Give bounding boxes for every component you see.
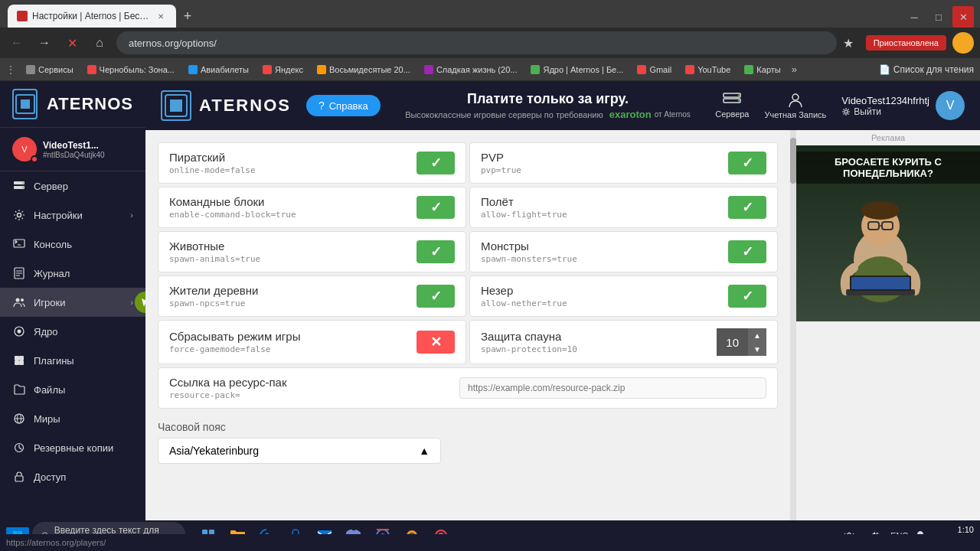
players-icon (12, 295, 26, 309)
sidebar-item-core[interactable]: Ядро (0, 317, 145, 346)
toggle-off-button[interactable]: ✕ (416, 331, 455, 354)
exaroton-brand: exaroton от Aternos (609, 109, 691, 120)
svg-rect-24 (15, 476, 23, 481)
svg-rect-17 (19, 356, 24, 360)
minimize-button[interactable]: ─ (903, 6, 925, 28)
svg-point-13 (21, 298, 24, 302)
back-button[interactable]: ← (6, 32, 28, 54)
bookmark-yandex[interactable]: Яндекс (256, 64, 309, 76)
promo-main: Платите только за игру. (396, 91, 701, 107)
servers-nav-button[interactable]: Сервера (715, 93, 749, 119)
home-button[interactable]: ⌂ (89, 32, 110, 54)
signout-button[interactable]: Выйти (841, 106, 929, 117)
apps-icon[interactable]: ⋮ (6, 64, 15, 75)
sidebar-item-label: Консоль (34, 239, 72, 250)
sidebar-item-backups[interactable]: Резервные копии (0, 433, 145, 462)
bookmark-jadro[interactable]: Ядро | Aternos | Бе... (524, 64, 629, 76)
toggle-on-button[interactable]: ✓ (728, 240, 766, 263)
decrement-button[interactable]: ▼ (748, 342, 766, 356)
toggle-on-button[interactable]: ✓ (416, 196, 455, 219)
close-window-button[interactable]: ✕ (952, 6, 974, 28)
setting-code: online-mode=false (169, 165, 416, 175)
svg-rect-1 (21, 99, 30, 109)
bookmarks-more-button[interactable]: » (789, 62, 800, 77)
bookmark-label: Gmail (649, 65, 671, 74)
toggle-on-button[interactable]: ✓ (728, 285, 766, 308)
bookmark-maps[interactable]: Карты (738, 64, 786, 76)
reload-button[interactable]: ✕ (61, 32, 83, 54)
bookmark-gmail[interactable]: Gmail (631, 64, 678, 76)
bookmark-label: Восьмидесятые 20... (329, 65, 410, 74)
profile-button[interactable] (952, 32, 974, 54)
sidebar-item-files[interactable]: Файлы (0, 375, 145, 404)
svg-point-30 (738, 99, 740, 101)
sidebar-item-players[interactable]: Игроки › (0, 288, 145, 317)
toggle-on-button[interactable]: ✓ (416, 152, 455, 174)
svg-rect-19 (19, 360, 24, 365)
bookmark-servisy[interactable]: Сервисы (20, 64, 80, 76)
toggle-on-button[interactable]: ✓ (728, 196, 766, 219)
bookmark-sweet[interactable]: Сладкая жизнь (20... (418, 64, 524, 76)
tab-bar: Настройки | Aternos | Бесплатн... ✕ + ─ … (0, 0, 980, 28)
bookmark-youtube[interactable]: YouTube (679, 64, 737, 76)
setting-spawn-protection: Защита спауна spawn-protection=10 10 ▲ ▼ (469, 320, 778, 364)
new-tab-button[interactable]: + (176, 5, 199, 28)
setting-flight: Полёт allow-flight=true ✓ (469, 187, 778, 228)
bookmark-avia[interactable]: Авиабилеты (182, 64, 255, 76)
toggle-on-button[interactable]: ✓ (416, 240, 455, 263)
sidebar-item-worlds[interactable]: Миры (0, 404, 145, 433)
maximize-button[interactable]: □ (928, 6, 949, 28)
bookmark-favicon (744, 65, 753, 74)
bookmark-chernobyl[interactable]: Чернобыль: Зона... (81, 64, 181, 76)
sidebar-item-console[interactable]: Консоль (0, 230, 145, 259)
promo-area: Платите только за игру. Высококлассные и… (396, 91, 701, 120)
number-value: 10 (717, 328, 748, 356)
address-input[interactable] (116, 31, 837, 54)
settings-grid: Пиратский online-mode=false ✓ PVP pvp=tr… (158, 142, 778, 409)
ad-background: БРОСАЕТЕ КУРИТЬ С ПОНЕДЕЛЬНИКА? (796, 145, 980, 321)
sidebar-item-label: Плагины (34, 355, 74, 367)
console-icon (12, 237, 26, 251)
setting-animals: Животные spawn-animals=true ✓ (158, 231, 466, 272)
help-button[interactable]: ? Справка (306, 95, 381, 116)
sidebar-item-plugins[interactable]: Плагины (0, 346, 145, 375)
scrollbar-track[interactable] (790, 130, 796, 523)
toggle-on-button[interactable]: ✓ (728, 152, 766, 174)
sidebar-item-server[interactable]: Сервер (0, 171, 145, 201)
settings-scroll-area[interactable]: Пиратский online-mode=false ✓ PVP pvp=tr… (145, 130, 790, 523)
forward-button[interactable]: → (34, 32, 55, 54)
pause-button[interactable]: Приостановлена (866, 35, 946, 51)
online-indicator (31, 155, 38, 163)
increment-button[interactable]: ▲ (748, 328, 766, 342)
user-info: VideoTest1... #ntlBsDaQ4utjk40 (43, 140, 133, 159)
toggle-on-button[interactable]: ✓ (416, 285, 455, 308)
bookmark-favicon (531, 65, 540, 74)
sidebar-item-access[interactable]: Доступ (0, 462, 145, 491)
ad-title-text: БРОСАЕТЕ КУРИТЬ С ПОНЕДЕЛЬНИКА? (835, 156, 942, 179)
servers-label: Сервера (715, 109, 749, 119)
account-icon (787, 92, 804, 109)
reader-mode-button[interactable]: 📄 Список для чтения (879, 64, 974, 75)
active-tab[interactable]: Настройки | Aternos | Бесплатн... ✕ (8, 5, 176, 28)
sidebar-item-log[interactable]: Журнал (0, 259, 145, 288)
sidebar-item-label: Журнал (34, 268, 70, 279)
sidebar-item-settings[interactable]: Настройки › (0, 201, 145, 230)
scrollbar-thumb[interactable] (790, 138, 796, 184)
number-control[interactable]: 10 ▲ ▼ (717, 328, 766, 356)
setting-left: Монстры spawn-monsters=true (481, 240, 728, 264)
bookmark-80s[interactable]: Восьмидесятые 20... (311, 64, 416, 76)
account-nav-button[interactable]: Учетная Запись (765, 92, 827, 119)
number-buttons: ▲ ▼ (748, 328, 766, 356)
setting-pirate: Пиратский online-mode=false ✓ (158, 142, 466, 184)
resource-pack-input[interactable] (459, 377, 766, 399)
setting-left: Незер allow-nether=true (481, 284, 728, 308)
sidebar-user[interactable]: V VideoTest1... #ntlBsDaQ4utjk40 (0, 128, 145, 171)
bookmark-star-button[interactable]: ★ (843, 36, 854, 51)
setting-left: Жители деревни spawn-npcs=true (169, 284, 416, 308)
timezone-select[interactable]: Asia/Yekaterinburg ▲ (158, 438, 441, 464)
pause-label: Приостановлена (874, 38, 939, 47)
setting-villagers: Жители деревни spawn-npcs=true ✓ (158, 276, 466, 317)
tab-close-button[interactable]: ✕ (155, 10, 167, 22)
setting-name: PVP (481, 151, 728, 164)
checkmark-icon: ✓ (430, 155, 442, 171)
